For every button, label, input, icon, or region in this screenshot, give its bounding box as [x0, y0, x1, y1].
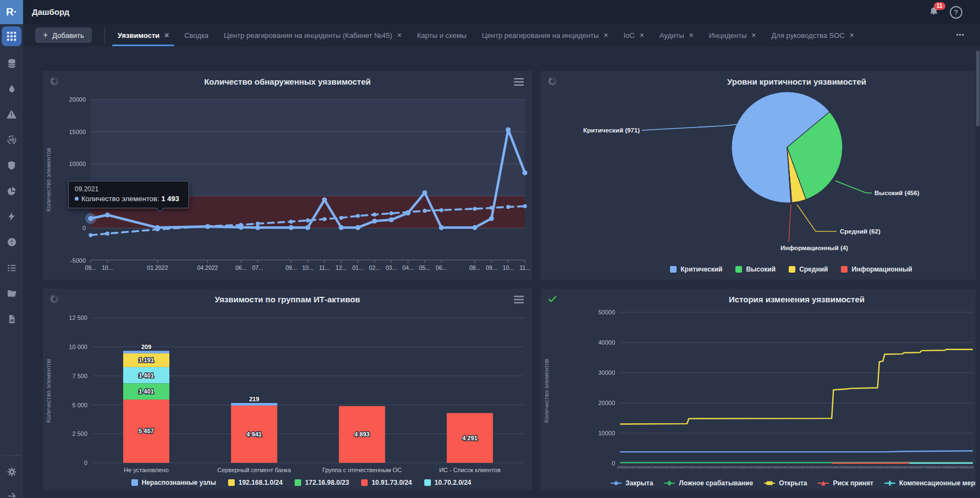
sidebar-item-alert-circle[interactable]	[0, 233, 23, 254]
svg-text:11...: 11...	[319, 264, 330, 271]
svg-text:Информационный (4): Информационный (4)	[780, 245, 848, 251]
legend-item[interactable]: Критический	[670, 265, 722, 273]
tab-4[interactable]: Карты и схемы	[409, 24, 474, 46]
sidebar-item-settings-gear[interactable]	[0, 462, 23, 484]
notifications-bell-icon[interactable]: 11	[928, 6, 939, 19]
sidebar-item-warning-triangle[interactable]	[0, 104, 23, 126]
chart-canvas[interactable]: 12 50010 0007 5005 0002 5000Количество э…	[43, 289, 532, 490]
svg-text:1 401: 1 401	[139, 388, 154, 395]
svg-text:219: 219	[249, 396, 259, 402]
svg-text:04...: 04...	[402, 264, 413, 271]
legend-swatch	[361, 479, 368, 486]
help-icon[interactable]: ?	[950, 6, 962, 19]
svg-text:4 941: 4 941	[247, 431, 262, 438]
sidebar-item-droplet[interactable]	[0, 79, 23, 101]
svg-text:Количество элементов: Количество элементов	[543, 359, 550, 423]
svg-text:12...: 12...	[336, 264, 347, 271]
svg-text:10000: 10000	[598, 430, 615, 436]
tab-close-icon[interactable]: ×	[850, 31, 854, 39]
legend-item[interactable]: Нераспознанные узлы	[131, 479, 216, 486]
legend-marker-icon	[764, 480, 775, 486]
chart-title: Уровни критичности уязвимостей	[618, 77, 976, 86]
svg-text:4 291: 4 291	[462, 435, 478, 441]
sidebar-item-lightning[interactable]	[0, 207, 23, 229]
svg-text:-5000: -5000	[70, 257, 86, 264]
legend-item[interactable]: 10.70.2.0/24	[424, 479, 472, 486]
tab-8[interactable]: Инциденты×	[701, 24, 764, 46]
chart-title: История изменения уязвимостей	[618, 295, 976, 304]
legend-swatch	[131, 479, 138, 486]
sidebar-item-database[interactable]	[0, 53, 23, 75]
sidebar-item-folder[interactable]	[0, 284, 23, 306]
page-title: Дашборд	[32, 7, 69, 16]
chart-menu-icon[interactable]	[513, 295, 524, 306]
tab-label: Аудиты	[660, 31, 684, 40]
tab-6[interactable]: IoC×	[616, 24, 651, 46]
panel-detected-vulns: Количество обнаруженных уязвимостей20000…	[43, 71, 532, 280]
legend-item[interactable]: Средний	[789, 265, 828, 273]
sidebar-item-shield[interactable]	[0, 156, 23, 178]
tabs-overflow-button[interactable]: •••	[956, 24, 965, 46]
tab-close-icon[interactable]: ×	[751, 31, 756, 39]
tab-close-icon[interactable]: ×	[640, 31, 644, 39]
chart-canvas[interactable]: Критический (971)Высокий (456)Средний (6…	[541, 71, 976, 280]
tab-7[interactable]: Аудиты×	[652, 24, 701, 46]
legend-item[interactable]: 10.91.73.0/24	[361, 479, 412, 486]
x-axis-dense-labels: 17.03.2023 11:45 17.03.2023 11:45 17.03.…	[617, 466, 973, 473]
dashboard-page: R· Дашборд 11 ? + Добавить Уязвимости×Св…	[0, 0, 980, 498]
legend-item[interactable]: Открыта	[764, 479, 807, 487]
svg-text:0: 0	[84, 460, 87, 466]
sidebar-item-apps-grid[interactable]	[2, 26, 21, 46]
vertical-scrollbar[interactable]	[976, 51, 979, 126]
chart-canvas[interactable]: 50000400003000020000100000Количество эле…	[541, 289, 976, 490]
legend-item[interactable]: 192.168.1.0/24	[228, 479, 283, 486]
legend-item[interactable]: Ложное срабатывание	[664, 479, 753, 487]
svg-text:30000: 30000	[598, 369, 615, 376]
sidebar-item-report[interactable]	[0, 309, 23, 331]
svg-text:0: 0	[82, 225, 86, 231]
svg-text:40000: 40000	[598, 339, 615, 346]
sidebar-item-radar[interactable]	[0, 130, 23, 152]
tab-3[interactable]: Центр реагирования на инциденты (Кабинет…	[216, 24, 409, 46]
tab-9[interactable]: Для руководства SOC×	[764, 24, 862, 46]
legend-item[interactable]: 172.16.98.0/23	[295, 479, 349, 486]
add-dashboard-button[interactable]: + Добавить	[35, 27, 92, 43]
legend-item[interactable]: Информационный	[841, 265, 912, 273]
report-icon	[7, 314, 16, 326]
svg-text:Серверный сегмент банка: Серверный сегмент банка	[217, 467, 291, 473]
tab-2[interactable]: Сводка	[176, 24, 216, 46]
sidebar-item-list[interactable]	[0, 258, 23, 280]
pie-chart-icon	[7, 186, 16, 198]
tab-close-icon[interactable]: ×	[689, 31, 694, 39]
legend-item[interactable]: Закрыта	[611, 479, 653, 487]
legend-swatch	[841, 266, 848, 273]
tab-close-icon[interactable]: ×	[603, 31, 608, 39]
tab-label: Карты и схемы	[417, 31, 467, 40]
chart-title: Уязвимости по группам ИТ-активов	[43, 295, 532, 304]
legend-item[interactable]: Компенсационные меры	[884, 479, 976, 487]
chart-menu-icon[interactable]	[513, 78, 524, 88]
tab-close-icon[interactable]: ×	[164, 31, 169, 39]
svg-text:03...: 03...	[386, 264, 397, 271]
database-icon	[7, 58, 17, 71]
legend-swatch	[670, 266, 677, 273]
legend-item[interactable]: Высокий	[735, 265, 776, 273]
sidebar-item-arrow-right[interactable]	[0, 486, 23, 498]
tab-close-icon[interactable]: ×	[397, 31, 402, 39]
app-logo[interactable]: R·	[0, 0, 23, 24]
chart-canvas[interactable]: 20000150001000050000-500009...10...01.20…	[43, 71, 532, 280]
panel-severity-levels: Уровни критичности уязвимостейКритически…	[541, 71, 976, 280]
loading-spinner-icon	[49, 76, 59, 88]
folder-icon	[7, 288, 17, 301]
tab-label: Центр реагирования на инциденты	[482, 31, 599, 40]
tab-5[interactable]: Центр реагирования на инциденты×	[474, 24, 616, 46]
sidebar-item-pie-chart[interactable]	[0, 181, 23, 203]
svg-text:20000: 20000	[69, 96, 86, 103]
tab-1[interactable]: Уязвимости×	[110, 24, 176, 46]
svg-text:1 401: 1 401	[139, 372, 154, 379]
loading-spinner-icon	[49, 294, 59, 306]
legend-item[interactable]: Риск принят	[818, 479, 873, 487]
svg-text:05...: 05...	[419, 264, 430, 271]
legend-swatch	[228, 479, 235, 486]
sidebar	[0, 24, 23, 498]
